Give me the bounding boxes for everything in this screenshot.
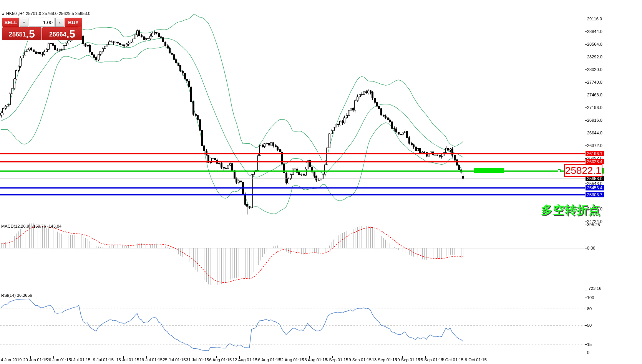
buy-price[interactable]: 25664 .5 — [42, 27, 82, 40]
price-badge: 26196.1 — [586, 151, 604, 156]
rsi-tick-label: 0 — [587, 350, 589, 355]
date-tick-label: 4 Jun 2019 — [1, 357, 22, 362]
date-tick-mark — [170, 356, 170, 358]
date-tick-mark — [402, 356, 403, 358]
date-tick-label: 31 Jul 01:15 — [186, 357, 209, 362]
price-tick-label: 29116.0 — [587, 17, 602, 21]
date-tick-label: 9 Oct 01:15 — [465, 357, 487, 362]
price-tick-label: 26644.0 — [587, 131, 602, 135]
symbol-info: ▲ HK50-,H4 25701.0 25768.0 25629.5 25653… — [2, 11, 91, 16]
date-tick-mark — [449, 356, 449, 358]
price-tick-label: 26916.0 — [587, 118, 602, 122]
volume-input[interactable]: 1.00 — [29, 18, 55, 27]
volume-increase-button[interactable]: ▲ — [55, 18, 64, 27]
sell-price[interactable]: 25651 .5 — [2, 27, 41, 40]
price-tick-label: 27468.0 — [587, 93, 602, 97]
date-tick-mark — [123, 356, 124, 358]
buy-button[interactable]: BUY — [65, 18, 82, 27]
current-price-line — [0, 179, 585, 179]
date-tick-label: 15 Jul 01:15 — [116, 357, 139, 362]
date-tick-label: 19 Sep 01:15 — [395, 357, 420, 362]
date-tick-mark — [100, 356, 100, 358]
macd-label: MACD(12,26,9) -159.76 -143.04 — [1, 224, 61, 228]
collapse-triangle-icon[interactable]: ▲ — [2, 12, 5, 15]
rsi-tick-label: 100 — [587, 295, 594, 300]
symbol-info-text: HK50-,H4 25701.0 25768.0 25629.5 25653.0 — [6, 11, 91, 16]
horizontal-line-object[interactable] — [0, 194, 585, 195]
price-annotation-text: 25822.1 — [565, 165, 601, 177]
date-tick-mark — [193, 356, 193, 358]
date-tick-mark — [263, 356, 263, 358]
price-tick-label: 28020.0 — [587, 67, 602, 72]
price-tick-label: 28564.0 — [587, 42, 602, 46]
date-tick-label: 6 Aug 01:15 — [209, 357, 232, 362]
date-tick-label: 26 Jun 01:15 — [46, 357, 71, 362]
price-badge: 25306.7 — [586, 192, 604, 197]
date-tick-mark — [472, 356, 472, 358]
date-tick-label: 13 Sep 01:15 — [372, 357, 397, 362]
volume-decrease-button[interactable]: ▼ — [20, 18, 28, 27]
price-badge: 25456.4 — [586, 185, 604, 190]
horizontal-line-object[interactable] — [0, 161, 585, 162]
date-tick-mark — [77, 356, 77, 358]
date-tick-mark — [309, 356, 310, 358]
macd-tick-label: 395.25 — [587, 222, 600, 227]
sell-button[interactable]: SELL — [2, 18, 19, 27]
date-tick-mark — [286, 356, 286, 358]
rsi-label: RSI(14) 36.3656 — [1, 293, 32, 298]
horizontal-line-object[interactable] — [0, 187, 585, 189]
date-tick-mark — [146, 356, 147, 358]
rsi-tick-label: 15 — [587, 342, 592, 347]
turning-point-text[interactable]: 多空转折点 — [541, 202, 601, 218]
date-tick-mark — [425, 356, 426, 358]
date-tick-label: 19 Jul 01:15 — [139, 357, 163, 362]
date-tick-label: 28 Aug 01:15 — [302, 357, 327, 362]
macd-tick-label: 0.00 — [587, 246, 595, 250]
date-tick-label: 20 Jun 01:15 — [23, 357, 48, 362]
price-tick-label: 26372.0 — [587, 143, 602, 148]
price-tick-label: 28292.0 — [587, 55, 602, 59]
price-tick-label: 28844.0 — [587, 29, 602, 34]
macd-tick-label: -723.16 — [587, 286, 601, 291]
price-annotation-box[interactable]: 25822.1 — [564, 164, 602, 177]
date-tick-mark — [356, 356, 356, 358]
horizontal-line-object[interactable] — [0, 153, 585, 154]
date-tick-mark — [30, 356, 31, 358]
date-tick-label: 3 Sep 01:15 — [325, 357, 348, 362]
date-tick-label: 9 Sep 01:15 — [349, 357, 372, 362]
one-click-trading-panel: SELL ▼ 1.00 ▲ BUY 25651 .5 25664 .5 — [2, 18, 82, 40]
date-tick-label: 2 Oct 01:15 — [442, 357, 464, 362]
price-tick-label: 27196.0 — [587, 105, 602, 110]
highlight-rectangle[interactable] — [474, 168, 504, 173]
date-tick-mark — [216, 356, 217, 358]
line-anchor-handle[interactable] — [558, 169, 561, 172]
price-tick-label: 27740.0 — [587, 80, 602, 84]
date-tick-mark — [239, 356, 240, 358]
rsi-tick-label: 50 — [587, 323, 592, 328]
date-tick-label: 9 Jul 01:15 — [93, 357, 114, 362]
date-tick-mark — [332, 356, 333, 358]
date-tick-label: 25 Jul 01:15 — [163, 357, 186, 362]
date-tick-mark — [53, 356, 54, 358]
price-badge: 26023.4 — [586, 159, 604, 164]
date-tick-mark — [379, 356, 379, 358]
date-tick-label: 12 Aug 01:15 — [232, 357, 257, 362]
date-tick-label: 22 Aug 01:15 — [279, 357, 304, 362]
chart-canvas[interactable] — [0, 0, 642, 364]
date-tick-label: 16 Aug 01:15 — [256, 357, 281, 362]
date-tick-label: 25 Sep 01:15 — [418, 357, 443, 362]
date-tick-label: 3 Jul 01:15 — [70, 357, 91, 362]
rsi-tick-label: 80 — [587, 306, 592, 311]
